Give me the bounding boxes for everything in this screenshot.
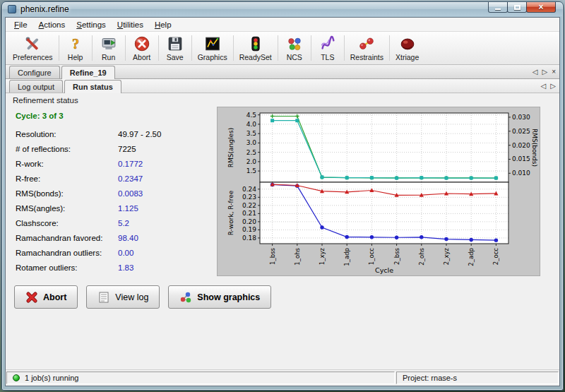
- toolbar-button-preferences[interactable]: Preferences: [8, 32, 58, 64]
- cycle-label: Cycle: 3 of 3: [16, 112, 218, 120]
- svg-text:0.010: 0.010: [512, 170, 530, 177]
- project-status-cell: Project: rnase-s: [396, 372, 559, 384]
- tab-scroll-left-icon[interactable]: ◁: [533, 69, 538, 76]
- menu-bar: File Actions Settings Utilities Help: [6, 18, 559, 32]
- stat-value: 98.40: [118, 234, 138, 242]
- xtriage-icon: [398, 35, 417, 53]
- toolbar-button-graphics[interactable]: Graphics: [193, 32, 232, 64]
- menu-help[interactable]: Help: [149, 19, 177, 30]
- svg-text:0.18: 0.18: [242, 234, 256, 242]
- toolbar-label: Abort: [133, 53, 150, 61]
- status-row: Ramachandran favored:98.40: [13, 230, 218, 245]
- svg-text:2.5: 2.5: [246, 149, 256, 156]
- running-indicator-icon: [13, 374, 20, 381]
- tab-close-icon[interactable]: ×: [552, 69, 556, 76]
- stat-label: Ramachandran favored:: [16, 234, 118, 242]
- svg-text:0.22: 0.22: [242, 202, 256, 209]
- ncs-icon: [285, 35, 304, 53]
- svg-text:?: ?: [72, 36, 79, 52]
- svg-text:2_xyz: 2_xyz: [443, 247, 450, 265]
- svg-text:2_occ: 2_occ: [492, 248, 499, 266]
- view-log-button-label: View log: [115, 292, 148, 302]
- svg-text:2_ohs: 2_ohs: [418, 247, 425, 265]
- svg-text:4.5: 4.5: [246, 112, 256, 119]
- toolbar-label: Help: [68, 53, 83, 61]
- svg-text:RMS(angles): RMS(angles): [227, 128, 234, 167]
- tab-configure[interactable]: Configure: [9, 66, 60, 78]
- maximize-button[interactable]: [507, 2, 527, 13]
- status-row: R-work:0.1772: [13, 156, 218, 171]
- status-row: Clashscore:5.2: [13, 215, 218, 230]
- svg-text:0.21: 0.21: [242, 210, 256, 217]
- menu-file[interactable]: File: [8, 19, 33, 30]
- toolbar-label: Run: [102, 53, 115, 61]
- save-icon: [166, 35, 184, 53]
- tls-icon: [319, 35, 337, 53]
- jobs-status-cell: 1 job(s) running: [6, 372, 395, 384]
- menu-actions[interactable]: Actions: [33, 19, 71, 30]
- svg-text:0.025: 0.025: [512, 128, 530, 135]
- app-window: phenix.refine × File Actions Settings Ut…: [1, 1, 564, 391]
- svg-text:0.030: 0.030: [512, 114, 530, 121]
- abort-x-icon: [25, 291, 38, 304]
- svg-text:0.23: 0.23: [242, 194, 256, 201]
- toolbar: Preferences ? Help: [6, 32, 559, 65]
- stat-value: 0.1772: [118, 160, 143, 168]
- svg-text:0.24: 0.24: [242, 186, 256, 193]
- tab-scroll-right-icon[interactable]: ▷: [542, 69, 547, 76]
- refinement-chart: 4.54.03.53.02.52.01.50.0300.0250.0200.01…: [218, 107, 540, 275]
- toolbar-button-xtriage[interactable]: Xtriage: [391, 32, 424, 64]
- graphics-icon: [203, 35, 222, 53]
- toolbar-label: NCS: [287, 53, 302, 61]
- traffic-light-icon: [246, 35, 265, 53]
- toolbar-button-abort[interactable]: Abort: [126, 32, 157, 64]
- jobs-status-text: 1 job(s) running: [25, 374, 78, 382]
- refinement-chart-svg: 4.54.03.53.02.52.01.50.0300.0250.0200.01…: [218, 107, 540, 275]
- tab-run-status[interactable]: Run status: [64, 80, 121, 93]
- status-row: # of reflections:7225: [13, 141, 218, 156]
- close-button[interactable]: ×: [526, 2, 556, 13]
- status-row: RMS(bonds):0.0083: [13, 186, 218, 201]
- stat-label: R-free:: [16, 174, 118, 183]
- log-page-icon: [97, 291, 110, 304]
- toolbar-button-restraints[interactable]: Restraints: [345, 32, 388, 64]
- window-controls: ×: [489, 2, 556, 13]
- toolbar-separator: [311, 35, 311, 61]
- action-buttons: Abort View log: [14, 285, 552, 309]
- tab-nav: ◁ ▷ ×: [533, 69, 556, 78]
- run-icon: [100, 35, 118, 53]
- window-body: File Actions Settings Utilities Help Pre…: [5, 17, 560, 386]
- status-rows: Resolution:49.97 - 2.50# of reflections:…: [13, 126, 218, 275]
- subtab-scroll-right-icon[interactable]: ▷: [550, 83, 556, 90]
- toolbar-button-save[interactable]: Save: [160, 32, 191, 64]
- toolbar-separator: [92, 35, 93, 61]
- toolbar-button-readyset[interactable]: ReadySet: [234, 32, 277, 64]
- tab-refine-19[interactable]: Refine_19: [61, 66, 115, 79]
- toolbar-button-tls[interactable]: TLS: [312, 32, 343, 64]
- view-log-button[interactable]: View log: [86, 285, 160, 309]
- minimize-button[interactable]: [488, 2, 508, 13]
- svg-text:1_ohs: 1_ohs: [294, 247, 301, 265]
- title-bar[interactable]: phenix.refine ×: [2, 2, 563, 16]
- stat-label: R-work:: [16, 160, 118, 168]
- menu-utilities[interactable]: Utilities: [112, 19, 149, 30]
- stat-label: RMS(bonds):: [16, 189, 118, 198]
- stat-value: 7225: [118, 145, 136, 153]
- stat-value: 1.125: [118, 204, 138, 213]
- stat-value: 5.2: [118, 219, 129, 227]
- tab-log-output[interactable]: Log output: [9, 80, 63, 93]
- svg-text:R-work, R-free: R-work, R-free: [227, 190, 234, 235]
- show-graphics-button[interactable]: Show graphics: [168, 285, 271, 309]
- abort-button-label: Abort: [43, 292, 66, 302]
- sub-tab-nav: ◁ ▷: [541, 83, 556, 93]
- menu-settings[interactable]: Settings: [71, 19, 112, 30]
- svg-text:3.5: 3.5: [246, 130, 256, 137]
- minimize-icon: [495, 8, 501, 10]
- toolbar-button-ncs[interactable]: NCS: [279, 32, 310, 64]
- svg-text:RMS(bonds): RMS(bonds): [531, 129, 538, 167]
- toolbar-button-run[interactable]: Run: [93, 32, 124, 64]
- abort-button[interactable]: Abort: [14, 285, 78, 309]
- toolbar-button-help[interactable]: ? Help: [60, 32, 91, 64]
- molecule-icon: [179, 291, 192, 304]
- subtab-scroll-left-icon[interactable]: ◁: [541, 83, 547, 90]
